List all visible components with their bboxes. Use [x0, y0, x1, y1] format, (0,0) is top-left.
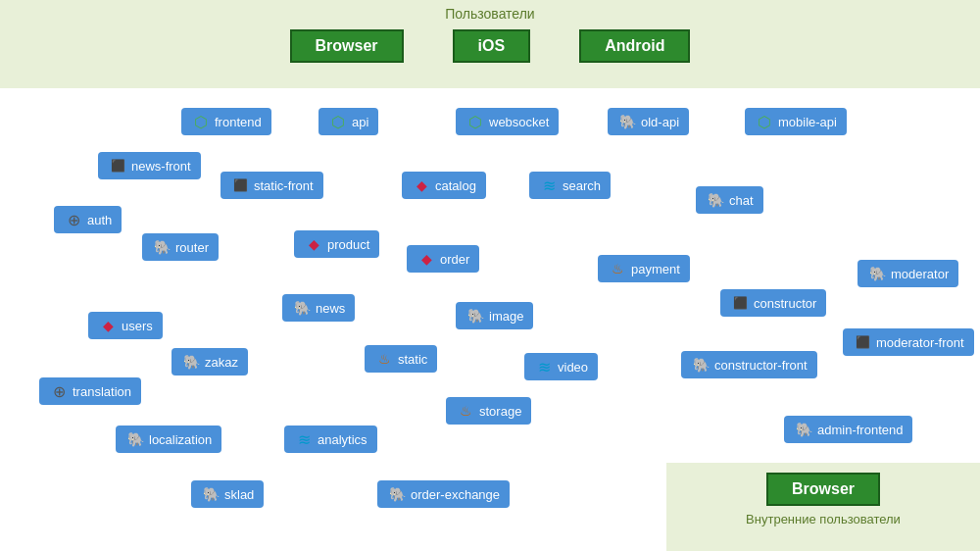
node-analytics[interactable]: ≋analytics: [284, 426, 377, 453]
node-image[interactable]: 🐘image: [456, 302, 533, 329]
node-video[interactable]: ≋video: [524, 353, 598, 380]
product-label: product: [327, 237, 369, 252]
analytics-icon: ≋: [294, 429, 314, 449]
ios-button[interactable]: iOS: [453, 29, 531, 63]
search-icon: ≋: [539, 175, 559, 195]
node-auth[interactable]: ⊕auth: [54, 206, 122, 233]
news-label: news: [316, 301, 345, 316]
node-constructor[interactable]: ⬛constructor: [720, 289, 826, 317]
admin-frontend-icon: 🐘: [794, 420, 813, 439]
node-static-front[interactable]: ⬛static-front: [220, 172, 323, 199]
order-exchange-icon: 🐘: [387, 484, 407, 504]
node-payment[interactable]: ♨payment: [598, 255, 690, 282]
payment-label: payment: [631, 262, 680, 276]
payment-icon: ♨: [608, 259, 627, 278]
old-api-label: old-api: [641, 115, 679, 129]
node-admin-frontend[interactable]: 🐘admin-frontend: [784, 416, 912, 443]
constructor-front-label: constructor-front: [714, 358, 808, 373]
sklad-icon: 🐘: [201, 484, 220, 504]
localization-icon: 🐘: [125, 429, 145, 449]
order-exchange-label: order-exchange: [411, 487, 500, 502]
frontend-icon: ⬡: [191, 112, 211, 131]
storage-icon: ♨: [456, 401, 475, 421]
mobile-api-label: mobile-api: [778, 115, 837, 129]
catalog-icon: ◆: [412, 175, 431, 195]
frontend-label: frontend: [215, 115, 262, 129]
moderator-front-icon: ⬛: [853, 332, 872, 352]
node-catalog[interactable]: ◆catalog: [402, 172, 486, 199]
static-front-label: static-front: [254, 178, 314, 193]
translation-icon: ⊕: [49, 381, 69, 401]
router-label: router: [175, 240, 209, 255]
image-label: image: [489, 309, 523, 324]
node-moderator-front[interactable]: ⬛moderator-front: [843, 328, 974, 356]
news-icon: 🐘: [292, 298, 312, 318]
old-api-icon: 🐘: [617, 112, 637, 131]
node-router[interactable]: 🐘router: [142, 233, 219, 261]
router-icon: 🐘: [152, 237, 172, 257]
users-label: users: [122, 319, 153, 333]
sklad-label: sklad: [224, 487, 254, 502]
image-icon: 🐘: [466, 306, 485, 326]
zakaz-label: zakaz: [205, 355, 238, 370]
internal-browser-button[interactable]: Browser: [766, 473, 880, 506]
order-label: order: [440, 252, 469, 267]
node-order[interactable]: ◆order: [407, 245, 479, 273]
node-constructor-front[interactable]: 🐘constructor-front: [681, 351, 817, 378]
news-front-label: news-front: [131, 159, 191, 174]
users-label: Пользователи: [445, 6, 534, 22]
node-moderator[interactable]: 🐘moderator: [858, 260, 958, 287]
users-icon: ◆: [98, 316, 118, 335]
node-translation[interactable]: ⊕translation: [39, 377, 141, 405]
node-api[interactable]: ⬡api: [318, 108, 378, 135]
node-old-api[interactable]: 🐘old-api: [608, 108, 689, 135]
internal-users-label: Внутренние пользователи: [746, 512, 901, 526]
node-sklad[interactable]: 🐘sklad: [191, 480, 264, 508]
moderator-icon: 🐘: [867, 264, 887, 283]
mobile-api-icon: ⬡: [755, 112, 774, 131]
platform-buttons: Browser iOS Android: [290, 29, 691, 63]
node-product[interactable]: ◆product: [294, 230, 379, 258]
storage-label: storage: [479, 404, 521, 419]
moderator-label: moderator: [891, 267, 949, 281]
node-static[interactable]: ♨static: [365, 345, 437, 373]
product-icon: ◆: [304, 234, 323, 254]
node-news[interactable]: 🐘news: [282, 294, 355, 322]
catalog-label: catalog: [435, 178, 476, 193]
news-front-icon: ⬛: [108, 156, 127, 175]
node-users[interactable]: ◆users: [88, 312, 163, 339]
chat-icon: 🐘: [706, 190, 725, 210]
android-button[interactable]: Android: [579, 29, 690, 63]
constructor-front-icon: 🐘: [691, 355, 710, 375]
node-frontend[interactable]: ⬡frontend: [181, 108, 271, 135]
chat-label: chat: [729, 193, 754, 208]
constructor-label: constructor: [754, 296, 816, 311]
websocket-icon: ⬡: [466, 112, 485, 131]
node-zakaz[interactable]: 🐘zakaz: [172, 348, 248, 376]
constructor-icon: ⬛: [730, 293, 750, 313]
top-zone: Пользователи Browser iOS Android: [0, 0, 980, 88]
localization-label: localization: [149, 432, 212, 447]
analytics-label: analytics: [318, 432, 368, 447]
node-websocket[interactable]: ⬡websocket: [456, 108, 559, 135]
node-chat[interactable]: 🐘chat: [696, 186, 763, 214]
browser-button[interactable]: Browser: [290, 29, 404, 63]
api-label: api: [352, 115, 368, 129]
video-label: video: [558, 360, 588, 375]
node-localization[interactable]: 🐘localization: [116, 426, 221, 453]
node-mobile-api[interactable]: ⬡mobile-api: [745, 108, 847, 135]
node-news-front[interactable]: ⬛news-front: [98, 152, 201, 179]
admin-frontend-label: admin-frontend: [817, 423, 903, 437]
moderator-front-label: moderator-front: [876, 335, 964, 350]
auth-label: auth: [87, 213, 112, 227]
node-search[interactable]: ≋search: [529, 172, 611, 199]
static-front-icon: ⬛: [230, 175, 250, 195]
search-label: search: [563, 178, 601, 193]
bottom-zone: Browser Внутренние пользователи: [666, 463, 980, 551]
node-order-exchange[interactable]: 🐘order-exchange: [377, 480, 510, 508]
websocket-label: websocket: [489, 115, 549, 129]
static-label: static: [398, 352, 427, 367]
node-storage[interactable]: ♨storage: [446, 397, 531, 425]
auth-icon: ⊕: [64, 210, 83, 229]
video-icon: ≋: [534, 357, 554, 376]
